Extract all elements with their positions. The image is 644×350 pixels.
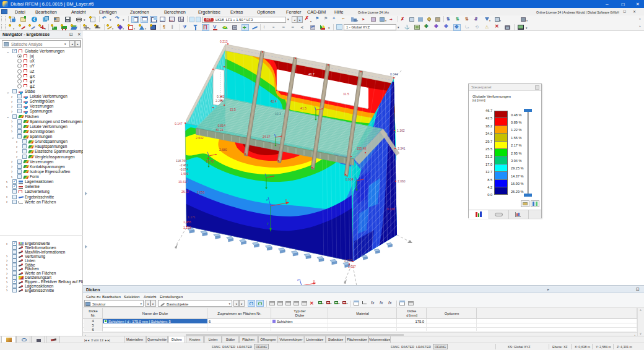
svg-text:2.033: 2.033 (344, 258, 352, 262)
svg-text:-2.481: -2.481 (180, 163, 188, 167)
svg-text:41.5: 41.5 (300, 106, 307, 110)
svg-text:1,509: 1,509 (181, 172, 189, 176)
svg-text:1,027: 1,027 (348, 265, 356, 268)
svg-text:10.3: 10.3 (275, 112, 281, 116)
svg-text:2.680: 2.680 (219, 148, 227, 152)
svg-text:2.235: 2.235 (215, 99, 224, 103)
svg-text:1.171: 1.171 (188, 215, 196, 219)
svg-text:87.75: 87.75 (206, 160, 214, 163)
svg-text:15.5: 15.5 (230, 108, 236, 111)
svg-text:0.183: 0.183 (217, 95, 225, 98)
svg-text:19.417: 19.417 (178, 180, 188, 184)
svg-text:0.038: 0.038 (387, 207, 395, 211)
svg-text:118.764: 118.764 (176, 159, 187, 163)
svg-text:z: z (297, 278, 299, 281)
svg-text:-0.814: -0.814 (217, 124, 225, 127)
svg-text:1,169: 1,169 (183, 226, 191, 229)
svg-text:2.656: 2.656 (197, 190, 205, 194)
svg-text:0.213: 0.213 (220, 40, 228, 43)
svg-text:2.632: 2.632 (196, 136, 204, 140)
svg-text:3.341: 3.341 (398, 147, 406, 150)
svg-text:x: x (313, 279, 315, 283)
svg-text:31.5: 31.5 (343, 92, 349, 96)
svg-text:2.060: 2.060 (398, 179, 406, 183)
svg-text:42.4: 42.4 (271, 100, 277, 103)
svg-text:1,455: 1,455 (183, 220, 191, 224)
svg-text:24.37: 24.37 (263, 135, 271, 139)
svg-text:-0.074: -0.074 (180, 168, 188, 171)
svg-text:26.17: 26.17 (181, 190, 189, 194)
svg-text:155.48: 155.48 (357, 147, 367, 150)
svg-text:0.034: 0.034 (346, 177, 354, 181)
svg-text:0.044: 0.044 (390, 72, 398, 76)
svg-text:30.24: 30.24 (215, 128, 224, 132)
svg-text:1,162: 1,162 (397, 129, 405, 132)
svg-text:46.7: 46.7 (308, 72, 315, 76)
svg-text:0.147: 0.147 (175, 122, 183, 126)
